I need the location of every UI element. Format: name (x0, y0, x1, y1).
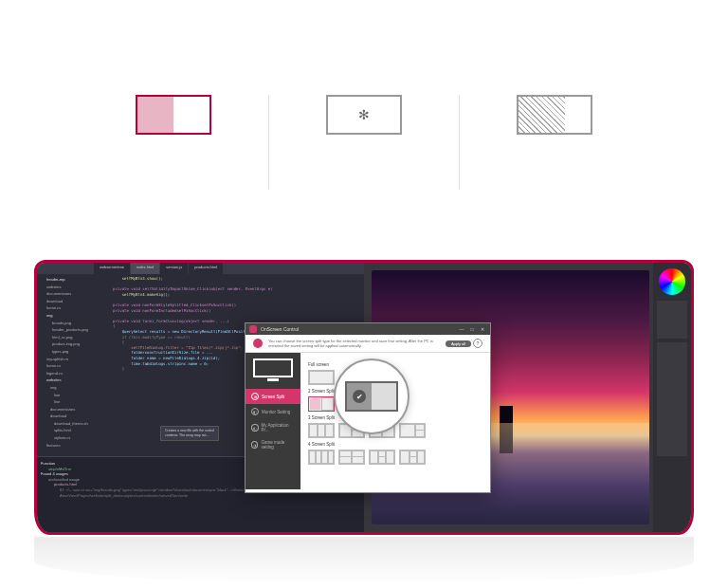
tab-pip[interactable] (517, 95, 592, 190)
app-nav-icon: ◐ (251, 424, 259, 432)
layout-3a[interactable] (308, 423, 335, 438)
tree-item[interactable]: img (41, 384, 109, 392)
tree-item[interactable]: html_sc.png (41, 334, 109, 341)
monitor-reflection (34, 537, 694, 584)
tree-item[interactable]: img (41, 312, 109, 320)
dialog-titlebar[interactable]: OnScreen Control — □ ✕ (246, 323, 490, 335)
nav-monitor-setting[interactable]: ◧ Monitor Setting (246, 404, 300, 419)
tree-item[interactable]: home.cs (41, 304, 109, 312)
info-icon (253, 339, 263, 348)
swatches-panel[interactable] (657, 301, 687, 339)
tree-item[interactable]: legend.cs (41, 370, 109, 377)
tree-root[interactable]: header-rep (41, 276, 109, 284)
layers-panel[interactable] (657, 342, 687, 456)
layout-4d[interactable] (399, 450, 426, 465)
tab-loading[interactable]: ✻ (326, 95, 402, 190)
nav-my-application[interactable]: ◐ My Application Pr... (246, 419, 300, 436)
tree-item[interactable]: websites (41, 377, 109, 384)
ide-tab[interactable]: products.html (189, 263, 223, 274)
tree-item[interactable]: download (41, 298, 109, 305)
nav-screen-split[interactable]: ⊞ Screen Split (246, 389, 300, 404)
layout-4b[interactable] (338, 450, 365, 465)
tree-item[interactable]: documentaries (41, 290, 109, 298)
help-icon[interactable]: ? (473, 339, 482, 348)
apply-all-button[interactable]: Apply all (446, 340, 471, 347)
dialog-description-bar: You can choose the screen split type for… (246, 335, 490, 353)
divider (459, 95, 460, 190)
monitor-nav-icon: ◧ (251, 408, 259, 415)
section-four: 4 Screen Split (308, 442, 482, 447)
tree-item[interactable]: features (41, 442, 109, 450)
ide-tab-bar: webservertime index.html version.js prod… (37, 263, 364, 274)
tree-item[interactable]: stylizer.cs (41, 434, 109, 442)
tab-screen-split[interactable] (136, 95, 211, 190)
tree-item[interactable]: line (41, 398, 109, 406)
layout-4c[interactable] (369, 450, 395, 465)
tree-item[interactable]: header_products.png (41, 326, 109, 334)
dialog-sidebar: ⊞ Screen Split ◧ Monitor Setting ◐ My Ap… (246, 353, 300, 489)
tree-item[interactable]: websites (41, 284, 109, 291)
game-nav-icon: ◑ (251, 441, 258, 449)
split-nav-icon: ⊞ (251, 393, 259, 400)
photo-sidebar (653, 263, 691, 532)
dialog-description: You can choose the screen split type for… (268, 339, 440, 348)
maximize-icon[interactable]: □ (468, 326, 476, 332)
monitor-preview-icon (253, 358, 293, 383)
layout-4a[interactable] (308, 450, 335, 465)
screen-split-icon (136, 95, 211, 135)
tree-item[interactable]: brands.png (41, 320, 109, 327)
ide-tab[interactable]: webservertime (94, 263, 130, 274)
ide-tab[interactable]: version.js (160, 263, 188, 274)
check-icon: ✔ (353, 390, 366, 403)
search-result[interactable]: AtentView/Project/website/split_dim/anal… (41, 493, 360, 499)
dialog-title: OnScreen Control (261, 326, 299, 332)
spinner-icon: ✻ (326, 95, 402, 135)
layout-full[interactable] (308, 370, 335, 385)
tree-item[interactable]: splits.html (41, 427, 109, 434)
feature-tabs: ✻ (0, 95, 728, 190)
app-icon (249, 325, 257, 333)
minimize-icon[interactable]: — (458, 326, 465, 332)
layout-2-half[interactable] (308, 396, 335, 412)
magnifier-overlay: ✔ (334, 358, 410, 434)
magnified-layout: ✔ (345, 381, 398, 412)
tree-item[interactable]: rep-splitsh.re (41, 356, 109, 363)
tree-item[interactable]: line (41, 392, 109, 399)
tree-item[interactable]: download (41, 413, 109, 420)
tree-item[interactable]: documentaries (41, 406, 109, 413)
ide-tab[interactable]: index.html (131, 263, 159, 274)
code-tooltip: Creates a new file with the sorted conte… (160, 426, 219, 441)
layout-3d[interactable] (399, 423, 426, 438)
pip-icon (517, 95, 592, 135)
divider (268, 95, 269, 190)
close-icon[interactable]: ✕ (479, 326, 486, 332)
nav-game-mode[interactable]: ◑ Game mode setting (246, 436, 300, 453)
color-wheel-icon[interactable] (659, 268, 685, 295)
image-silhouette (500, 406, 513, 453)
tree-item[interactable]: product-img.png (41, 340, 109, 348)
tree-item[interactable]: home.cs (41, 362, 109, 370)
tree-item[interactable]: download_theres.sh (41, 420, 109, 428)
tree-item[interactable]: types.png (41, 348, 109, 356)
ide-file-tree[interactable]: header-rep websites documentaries downlo… (41, 276, 109, 449)
